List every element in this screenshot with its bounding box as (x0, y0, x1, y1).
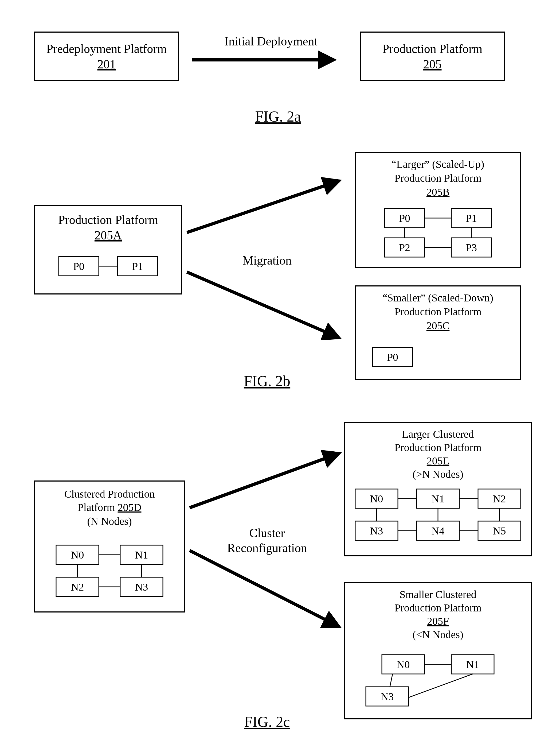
platform-205c-title2: Production Platform (394, 306, 482, 318)
node-205e-n4-label: N4 (431, 525, 445, 537)
platform-205c-ref: 205C (426, 320, 450, 332)
platform-205d-title1: Clustered Production (64, 488, 155, 500)
platform-205b-ref: 205B (426, 186, 450, 198)
predeployment-title: Predeployment Platform (46, 42, 167, 56)
arrow-to-205e (189, 454, 337, 508)
predeployment-ref: 201 (98, 58, 116, 71)
platform-205a-ref: 205A (95, 228, 122, 242)
node-p0-label: P0 (73, 260, 84, 272)
node-205d-n1-label: N1 (135, 549, 148, 561)
arrow-to-205f (189, 551, 337, 625)
platform-205d-subtitle: (N Nodes) (87, 515, 132, 527)
platform-205d-title2-prefix: Platform (78, 501, 118, 513)
node-205e-n2-label: N2 (493, 493, 506, 505)
fig-2a-caption: FIG. 2a (255, 108, 301, 125)
predeployment-platform-box (35, 32, 178, 81)
node-205f-n0-label: N0 (397, 658, 410, 670)
production-ref: 205 (423, 58, 442, 71)
platform-205d-title2: Platform 205D (78, 501, 142, 513)
platform-205e-title1: Larger Clustered (402, 428, 474, 440)
platform-205e-ref: 205E (427, 455, 449, 467)
production-title: Production Platform (382, 42, 483, 56)
platform-205e-subtitle: (>N Nodes) (413, 468, 463, 480)
production-platform-box (360, 32, 504, 81)
fig-2c-caption: FIG. 2c (244, 714, 290, 730)
node-205e-n5-label: N5 (493, 525, 506, 537)
platform-205a-title: Production Platform (58, 213, 159, 227)
fig-2a: Predeployment Platform 201 Initial Deplo… (35, 32, 504, 125)
platform-205f-title1: Smaller Clustered (399, 588, 477, 600)
arrow-to-205b (187, 182, 337, 232)
node-205d-n2-label: N2 (71, 581, 84, 593)
node-p1-label: P1 (132, 260, 143, 272)
fig-2c: Clustered Production Platform 205D (N No… (35, 422, 531, 730)
arrow-to-205c (187, 272, 337, 337)
cluster-label-2: Reconfiguration (227, 541, 307, 555)
node-205b-p1-label: P1 (466, 212, 477, 224)
node-205d-n0-label: N0 (71, 549, 84, 561)
node-205b-p3-label: P3 (466, 241, 477, 254)
cluster-label-1: Cluster (249, 526, 285, 540)
node-205b-p0-label: P0 (399, 212, 410, 224)
platform-205f-subtitle: (<N Nodes) (413, 628, 463, 640)
platform-205f-title2: Production Platform (394, 602, 482, 614)
fig-2b: Production Platform 205A P0 P1 Migration… (35, 152, 521, 389)
platform-205d-ref: 205D (118, 501, 142, 513)
initial-deployment-label: Initial Deployment (224, 34, 318, 48)
fig-2b-caption: FIG. 2b (244, 373, 290, 389)
node-205d-n3-label: N3 (135, 581, 148, 593)
node-205c-p0-label: P0 (387, 351, 398, 363)
node-205f-n1-label: N1 (466, 658, 479, 670)
platform-205e-title2: Production Platform (394, 441, 482, 454)
platform-205c-title1: “Smaller” (Scaled-Down) (383, 292, 493, 304)
migration-label: Migration (242, 254, 291, 267)
node-205e-n0-label: N0 (370, 493, 383, 505)
node-205f-n3-label: N3 (381, 691, 394, 702)
node-205e-n1-label: N1 (431, 493, 445, 505)
platform-205b-title2: Production Platform (394, 172, 482, 184)
platform-205f-ref: 205F (427, 615, 449, 627)
node-205e-n3-label: N3 (370, 525, 383, 537)
platform-205b-title1: “Larger” (Scaled-Up) (392, 158, 484, 170)
node-205b-p2-label: P2 (399, 241, 410, 254)
